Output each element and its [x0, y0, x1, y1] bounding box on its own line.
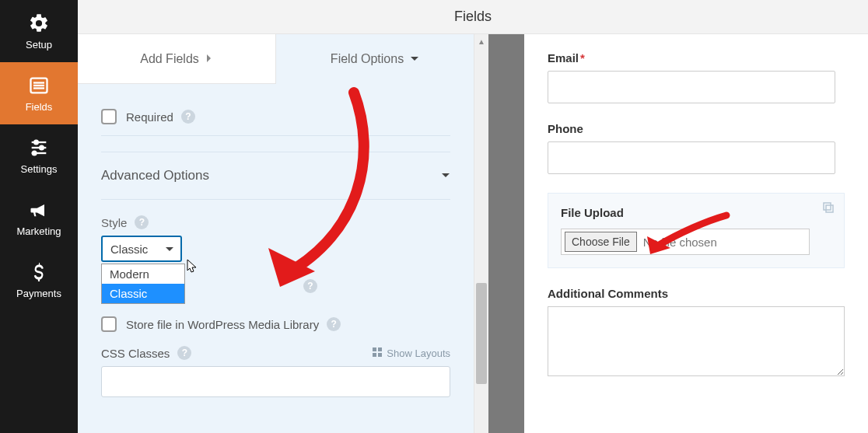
help-icon[interactable]: ? [327, 317, 341, 331]
tab-field-options[interactable]: Field Options [276, 34, 474, 84]
css-classes-label: CSS Classes [101, 347, 170, 360]
show-layouts-label: Show Layouts [387, 347, 450, 359]
chevron-right-icon [205, 52, 213, 66]
sidebar-item-marketing[interactable]: Marketing [0, 187, 78, 249]
preview-gutter [488, 34, 524, 433]
svg-point-5 [34, 140, 38, 144]
sidebar-item-payments[interactable]: Payments [0, 249, 78, 311]
scrollbar[interactable]: ▲ [474, 34, 488, 433]
svg-rect-15 [826, 205, 833, 212]
sidebar-item-label: Payments [16, 288, 61, 299]
gear-icon [28, 12, 50, 34]
sidebar-item-settings[interactable]: Settings [0, 124, 78, 187]
phone-label: Phone [548, 122, 845, 135]
store-file-row: Store file in WordPress Media Library ? [101, 306, 450, 332]
help-icon[interactable]: ? [135, 215, 149, 229]
form-preview: Email* Phone File Upload Choose File No … [524, 34, 868, 433]
no-file-text: No file chosen [643, 236, 717, 249]
sidebar-item-label: Settings [21, 163, 58, 175]
field-options-panel: Add Fields Field Options Required ? Adva… [78, 34, 474, 433]
required-checkbox[interactable] [101, 109, 117, 124]
style-value: Classic [110, 243, 148, 256]
comments-label: Additional Comments [548, 287, 845, 300]
style-label-row: Style ? [101, 215, 450, 229]
store-checkbox[interactable] [101, 316, 117, 332]
file-upload-label: File Upload [561, 206, 831, 219]
tab-label: Field Options [331, 52, 404, 66]
svg-rect-13 [378, 353, 382, 357]
required-asterisk: * [580, 51, 585, 65]
sidebar-item-fields[interactable]: Fields [0, 62, 78, 124]
style-dropdown: Modern Classic [101, 264, 185, 304]
grid-icon [373, 347, 382, 359]
comments-field-block: Additional Comments [548, 287, 845, 379]
css-classes-input[interactable] [101, 366, 450, 397]
help-icon[interactable]: ? [303, 279, 317, 293]
svg-rect-14 [824, 203, 831, 210]
sidebar-item-label: Marketing [16, 225, 61, 237]
file-upload-block[interactable]: File Upload Choose File No file chosen [548, 193, 845, 268]
scroll-up-icon[interactable]: ▲ [474, 34, 488, 48]
sidebar-item-label: Fields [26, 101, 53, 113]
scroll-thumb[interactable] [476, 283, 487, 384]
svg-rect-11 [378, 347, 382, 351]
file-input-row: Choose File No file chosen [561, 229, 810, 255]
panel-tabs: Add Fields Field Options [78, 34, 474, 84]
required-label: Required [126, 110, 173, 124]
required-row: Required ? [101, 98, 450, 136]
duplicate-icon[interactable] [822, 201, 835, 216]
sidebar-item-label: Setup [26, 39, 52, 51]
help-icon[interactable]: ? [177, 346, 191, 360]
tab-add-fields[interactable]: Add Fields [78, 34, 276, 84]
sidebar: Setup Fields Settings Marketing Payments [0, 0, 78, 433]
sidebar-item-setup[interactable]: Setup [0, 0, 78, 62]
page-title: Fields [454, 9, 492, 25]
dropdown-item-modern[interactable]: Modern [102, 264, 184, 284]
chevron-down-icon [165, 243, 174, 256]
dollar-icon [28, 261, 50, 283]
svg-rect-12 [373, 353, 376, 357]
svg-point-7 [40, 145, 44, 149]
advanced-options-toggle[interactable]: Advanced Options [101, 152, 450, 200]
comments-textarea[interactable] [548, 306, 845, 376]
sliders-icon [28, 137, 50, 159]
phone-input[interactable] [548, 141, 835, 174]
list-icon [28, 75, 50, 96]
advanced-label: Advanced Options [101, 168, 209, 183]
help-icon[interactable]: ? [181, 110, 195, 124]
svg-point-9 [33, 151, 37, 155]
choose-file-button[interactable]: Choose File [565, 232, 637, 252]
page-header: Fields [78, 0, 868, 34]
svg-rect-10 [373, 347, 376, 351]
tab-label: Add Fields [140, 52, 199, 66]
email-label: Email* [548, 51, 845, 65]
dropdown-item-classic[interactable]: Classic [102, 284, 184, 303]
style-select[interactable]: Classic Modern Classic [101, 236, 182, 262]
phone-field-block: Phone [548, 122, 845, 174]
chevron-down-icon [441, 169, 450, 182]
email-field-block: Email* [548, 51, 845, 103]
show-layouts-button[interactable]: Show Layouts [373, 347, 450, 359]
chevron-down-icon [410, 52, 419, 66]
style-label: Style [101, 216, 127, 229]
bullhorn-icon [28, 199, 50, 221]
email-input[interactable] [548, 71, 835, 103]
cursor-icon [187, 259, 199, 274]
store-label: Store file in WordPress Media Library [126, 318, 319, 331]
